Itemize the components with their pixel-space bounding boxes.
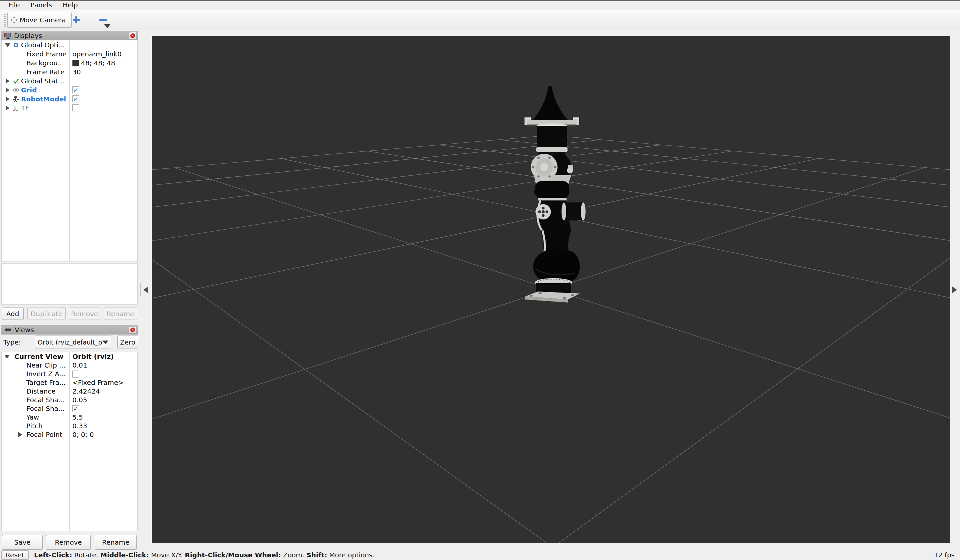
chevron-down-icon xyxy=(102,341,108,344)
views-panel-title: Views xyxy=(15,326,129,334)
add-display-button[interactable]: Add xyxy=(2,307,24,320)
move-arrows-icon xyxy=(10,16,18,24)
menu-bar: File Panels Help xyxy=(0,1,960,10)
monitor-icon xyxy=(4,32,11,39)
tree-row-focal-point[interactable]: Focal Point 0; 0; 0 xyxy=(2,430,138,439)
toolbar-overflow-arrow-icon[interactable] xyxy=(104,24,111,28)
fixed-frame-value[interactable]: openarm_link0 xyxy=(72,50,137,58)
yaw-value[interactable]: 5.5 xyxy=(72,413,137,421)
splitter-handle[interactable] xyxy=(64,322,74,323)
close-icon xyxy=(130,328,135,332)
tf-enabled-checkbox[interactable] xyxy=(72,104,79,111)
remove-view-button[interactable]: Remove xyxy=(46,535,91,550)
views-type-row: Type: Orbit (rviz_default_plu Zero xyxy=(2,336,138,350)
row-label: TF xyxy=(21,104,69,112)
focal-shape-fixed-checkbox[interactable] xyxy=(72,405,79,412)
tree-row-near-clip[interactable]: Near Clip ... 0.01 xyxy=(2,361,138,370)
row-label: Invert Z A... xyxy=(26,370,69,378)
views-close-button[interactable] xyxy=(129,326,136,334)
robot-arm-model xyxy=(152,36,950,542)
robot-model-icon xyxy=(12,95,20,103)
row-label: Global Stat... xyxy=(21,77,69,85)
near-clip-value[interactable]: 0.01 xyxy=(72,361,137,369)
collapse-right-arrow-icon[interactable] xyxy=(952,286,957,293)
expand-arrow-icon[interactable] xyxy=(6,96,10,102)
focal-shape-size-value[interactable]: 0.05 xyxy=(72,396,137,404)
tree-row-current-view[interactable]: Current View Orbit (rviz) xyxy=(2,352,138,361)
panel-splitter-dots[interactable] xyxy=(140,283,141,297)
move-camera-tool-button[interactable]: Move Camera xyxy=(7,12,72,28)
expand-arrow-icon[interactable] xyxy=(6,106,10,111)
displays-description-box xyxy=(2,264,138,304)
view-type-dropdown[interactable]: Orbit (rviz_default_plu xyxy=(35,336,111,349)
row-label: Fixed Frame xyxy=(26,50,69,58)
row-label: Near Clip ... xyxy=(26,361,69,369)
status-bar: Reset Left-Click: Rotate. Middle-Click: … xyxy=(0,550,960,560)
toolbar-drag-handle[interactable] xyxy=(3,13,6,27)
render-viewport[interactable] xyxy=(152,36,950,542)
tree-row-focal-shape-size[interactable]: Focal Sha... 0.05 xyxy=(2,395,138,404)
tree-row-fixed-frame[interactable]: Fixed Frame openarm_link0 xyxy=(2,50,138,58)
tree-row-pitch[interactable]: Pitch 0.33 xyxy=(2,422,138,430)
tree-row-frame-rate[interactable]: Frame Rate 30 xyxy=(2,67,138,76)
tree-row-global-status[interactable]: Global Stat... xyxy=(2,76,138,85)
views-panel-header[interactable]: Views xyxy=(2,325,138,334)
row-label: Focal Sha... xyxy=(26,396,69,404)
tree-row-grid[interactable]: Grid xyxy=(2,85,138,94)
add-tool-icon[interactable] xyxy=(72,16,80,24)
expand-arrow-icon[interactable] xyxy=(5,43,10,47)
views-tree: Current View Orbit (rviz) Near Clip ... … xyxy=(2,352,138,531)
tree-row-invert-z[interactable]: Invert Z A... xyxy=(2,370,138,378)
menu-file[interactable]: File xyxy=(3,1,25,10)
target-frame-value[interactable]: <Fixed Frame> xyxy=(72,379,137,387)
save-view-button[interactable]: Save xyxy=(2,535,43,550)
row-label: Distance xyxy=(26,387,69,395)
row-label: Frame Rate xyxy=(26,68,69,76)
tree-row-robotmodel[interactable]: RobotModel xyxy=(2,94,138,103)
distance-value[interactable]: 2.42424 xyxy=(72,387,137,395)
view-type-value: Orbit (rviz_default_plu xyxy=(38,339,102,346)
tree-row-global-options[interactable]: Global Opti... xyxy=(2,40,138,50)
remove-display-button[interactable]: Remove xyxy=(69,307,100,320)
type-label: Type: xyxy=(3,338,21,346)
color-swatch xyxy=(72,60,79,66)
grid-display-icon xyxy=(12,86,20,94)
invert-z-checkbox[interactable] xyxy=(72,371,79,378)
menu-panels[interactable]: Panels xyxy=(25,1,57,10)
collapse-left-arrow-icon[interactable] xyxy=(143,286,148,293)
rename-view-button[interactable]: Rename xyxy=(95,535,137,550)
tree-row-target-frame[interactable]: Target Fra... <Fixed Frame> xyxy=(2,378,138,387)
close-icon xyxy=(130,34,135,38)
reset-button[interactable]: Reset xyxy=(2,550,29,560)
duplicate-display-button[interactable]: Duplicate xyxy=(27,307,66,320)
remove-tool-icon[interactable] xyxy=(99,19,107,21)
row-label: Focal Point xyxy=(26,430,69,438)
tree-row-yaw[interactable]: Yaw 5.5 xyxy=(2,413,138,422)
tree-row-background-color[interactable]: Backgrou... 48; 48; 48 xyxy=(2,58,138,67)
expand-arrow-icon[interactable] xyxy=(6,87,10,93)
displays-close-button[interactable] xyxy=(129,32,136,39)
frame-rate-value[interactable]: 30 xyxy=(72,68,137,76)
background-color-value[interactable]: 48; 48; 48 xyxy=(72,59,137,67)
row-label: Global Opti... xyxy=(21,41,69,49)
displays-panel-title: Displays xyxy=(14,32,129,40)
row-label: Target Fra... xyxy=(26,379,69,387)
expand-arrow-icon[interactable] xyxy=(4,355,10,358)
tree-row-focal-shape-fixed[interactable]: Focal Sha... xyxy=(2,404,138,413)
pitch-value[interactable]: 0.33 xyxy=(72,422,137,430)
row-label: Yaw xyxy=(26,413,69,421)
gear-icon xyxy=(12,42,20,49)
rename-display-button[interactable]: Rename xyxy=(104,307,137,320)
move-camera-label: Move Camera xyxy=(20,16,66,24)
menu-help[interactable]: Help xyxy=(58,1,83,10)
robotmodel-enabled-checkbox[interactable] xyxy=(72,95,79,102)
zero-button[interactable]: Zero xyxy=(117,336,138,349)
expand-arrow-icon[interactable] xyxy=(6,78,10,84)
tree-row-distance[interactable]: Distance 2.42424 xyxy=(2,387,138,395)
tree-row-tf[interactable]: TF xyxy=(2,103,138,112)
row-label: Focal Sha... xyxy=(26,405,69,413)
grid-enabled-checkbox[interactable] xyxy=(72,86,79,93)
focal-point-value[interactable]: 0; 0; 0 xyxy=(72,430,137,438)
expand-arrow-icon[interactable] xyxy=(18,432,22,437)
displays-panel-header[interactable]: Displays xyxy=(2,31,138,40)
